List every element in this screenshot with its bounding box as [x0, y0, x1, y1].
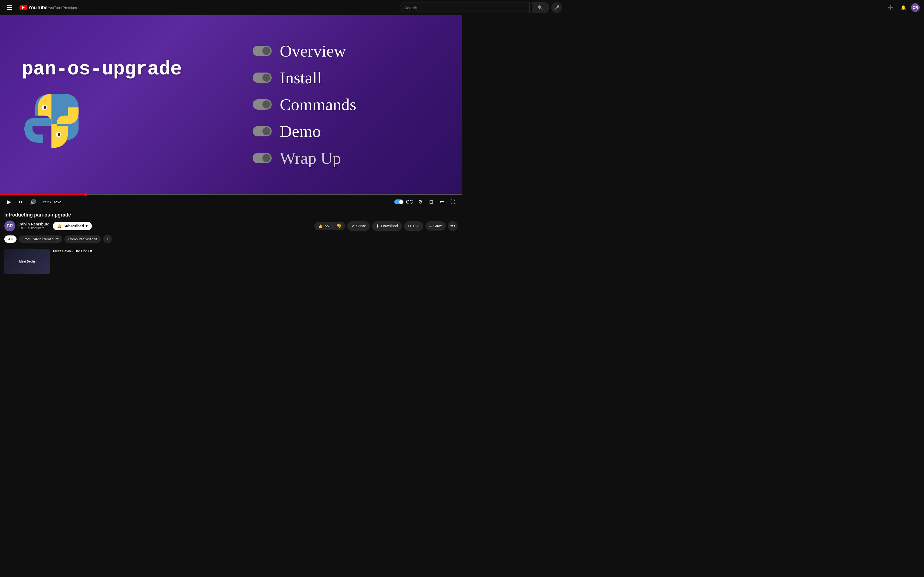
- video-left: pan-os-upgrade: [0, 42, 231, 167]
- video-title: Introducting pan-os-upgrade: [4, 212, 458, 218]
- toggle-overview: [253, 46, 271, 56]
- subscribe-dropdown-icon: ▾: [86, 224, 87, 228]
- time-display: 1:52 / 16:52: [42, 200, 61, 204]
- subscribe-label: Subscribed: [63, 224, 84, 228]
- video-info: Introducting pan-os-upgrade CR Calvin Re…: [0, 209, 462, 231]
- current-time: 1:52: [42, 200, 49, 204]
- tag-all[interactable]: All: [4, 235, 16, 243]
- miniplayer-button[interactable]: ⊡: [426, 197, 436, 207]
- menu-item-overview: Overview: [253, 42, 440, 61]
- skip-icon: ⏭: [19, 199, 24, 205]
- theater-icon: ▭: [440, 199, 444, 205]
- top-navigation: YouTube YouTube Premium 🔍 🎤 ➕ 🔔 CR: [0, 0, 462, 15]
- bell-filled-icon: 🔔: [57, 224, 62, 228]
- progress-dot: [84, 193, 87, 196]
- channel-subscribers: 3.81K subscribers: [18, 226, 50, 230]
- download-label: Download: [381, 224, 398, 228]
- rec-title: Meet Devin - The End Of: [53, 249, 458, 254]
- svg-point-1: [44, 106, 46, 109]
- more-icon: •••: [451, 223, 456, 229]
- tags-arrow-button[interactable]: ›: [103, 235, 112, 243]
- hamburger-menu-button[interactable]: [4, 2, 15, 13]
- toggle-install: [253, 73, 271, 83]
- save-button[interactable]: ≡ Save: [425, 221, 446, 230]
- subscribe-button[interactable]: 🔔 Subscribed ▾: [53, 222, 92, 230]
- tag-computer-science[interactable]: Computer Science: [65, 235, 101, 243]
- menu-label-install: Install: [280, 68, 322, 87]
- settings-button[interactable]: ⚙: [415, 197, 425, 207]
- dislike-button[interactable]: 👎: [333, 222, 345, 230]
- recommended-video: Meet Devin Meet Devin - The End Of: [0, 247, 462, 276]
- toggle-commands: [253, 99, 271, 110]
- rec-info: Meet Devin - The End Of: [53, 249, 458, 274]
- autoplay-track: [394, 200, 404, 204]
- clip-button[interactable]: ✂ Clip: [404, 221, 423, 231]
- channel-avatar[interactable]: CR: [4, 221, 15, 231]
- channel-name: Calvin Remsburg: [18, 222, 50, 226]
- menu-label-overview: Overview: [280, 42, 346, 61]
- chevron-right-icon: ›: [107, 237, 108, 241]
- share-icon: ↗: [351, 224, 354, 229]
- total-time: 16:52: [52, 200, 61, 204]
- menu-item-demo: Demo: [253, 122, 440, 141]
- player-controls: ▶ ⏭ 🔊 1:52 / 16:52 CC ⚙ ⊡: [0, 195, 462, 209]
- video-overlay-title: pan-os-upgrade: [22, 58, 182, 81]
- rec-thumb-text: Meet Devin: [17, 258, 37, 265]
- youtube-logo-icon: [19, 5, 27, 10]
- channel-info: Calvin Remsburg 3.81K subscribers: [18, 222, 50, 230]
- menu-label-demo: Demo: [280, 122, 321, 141]
- like-button[interactable]: 👍 65: [314, 222, 333, 230]
- share-button[interactable]: ↗ Share: [347, 221, 370, 231]
- search-bar: [400, 2, 462, 13]
- miniplayer-icon: ⊡: [429, 199, 433, 205]
- video-content: pan-os-upgrade Overvie: [0, 15, 462, 194]
- menu-item-wrapup: Wrap Up: [253, 148, 440, 168]
- download-button[interactable]: ⬇ Download: [372, 221, 402, 231]
- thumbs-up-icon: 👍: [318, 224, 323, 228]
- settings-icon: ⚙: [418, 199, 422, 205]
- autoplay-toggle[interactable]: [394, 200, 404, 204]
- volume-icon: 🔊: [30, 199, 36, 205]
- progress-filled: [0, 194, 86, 195]
- search-input[interactable]: [400, 5, 462, 10]
- controls-right: CC ⚙ ⊡ ▭ ⛶: [394, 197, 458, 207]
- clip-icon: ✂: [408, 224, 411, 229]
- volume-button[interactable]: 🔊: [28, 197, 38, 207]
- theater-button[interactable]: ▭: [437, 197, 447, 207]
- menu-label-commands: Commands: [280, 95, 356, 114]
- youtube-logo[interactable]: YouTube YouTube Premium: [19, 5, 77, 11]
- share-label: Share: [356, 224, 366, 228]
- nav-center: 🔍 🎤: [80, 2, 462, 13]
- subtitles-button[interactable]: CC: [405, 197, 414, 207]
- save-icon: ≡: [429, 224, 432, 229]
- menu-item-install: Install: [253, 68, 440, 87]
- fullscreen-button[interactable]: ⛶: [448, 197, 458, 207]
- download-icon: ⬇: [376, 224, 380, 229]
- toggle-wrapup: [253, 153, 271, 163]
- menu-label-wrapup: Wrap Up: [280, 148, 341, 168]
- fullscreen-icon: ⛶: [451, 199, 455, 205]
- video-right: Overview Install Commands Demo Wrap Up: [231, 31, 462, 179]
- menu-item-commands: Commands: [253, 95, 440, 114]
- play-button[interactable]: ▶: [4, 197, 14, 207]
- like-section: 👍 65 👎: [314, 222, 345, 230]
- more-options-button[interactable]: •••: [448, 221, 458, 231]
- toggle-demo: [253, 126, 271, 136]
- tag-from-channel[interactable]: From Calvin Remsburg: [19, 235, 63, 243]
- rec-thumbnail[interactable]: Meet Devin: [4, 249, 50, 274]
- skip-button[interactable]: ⏭: [16, 197, 26, 207]
- player-container: pan-os-upgrade Overvie: [0, 15, 462, 209]
- clip-label: Clip: [413, 224, 420, 228]
- python-logo: [22, 91, 81, 151]
- save-label: Save: [433, 224, 442, 228]
- action-buttons: 👍 65 👎 ↗ Share ⬇ Download ✂ Clip ≡: [314, 221, 458, 231]
- video-area[interactable]: pan-os-upgrade Overvie: [0, 15, 462, 194]
- play-icon: ▶: [7, 199, 11, 205]
- subtitles-icon: CC: [406, 199, 413, 205]
- like-count: 65: [325, 224, 329, 228]
- channel-row: CR Calvin Remsburg 3.81K subscribers 🔔 S…: [4, 221, 458, 231]
- thumbs-down-icon: 👎: [337, 224, 341, 228]
- hamburger-icon: [5, 3, 15, 12]
- youtube-logo-text: YouTube: [28, 5, 47, 11]
- progress-bar[interactable]: [0, 194, 462, 195]
